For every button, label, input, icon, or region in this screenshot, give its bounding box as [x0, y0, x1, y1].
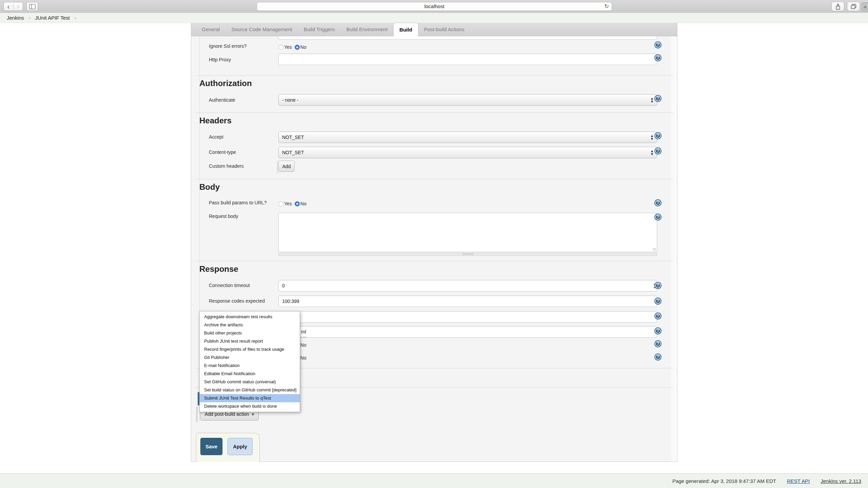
config-tab[interactable]: Build Environment — [340, 23, 393, 36]
http-proxy-label: Http Proxy — [209, 57, 277, 62]
help-icon[interactable] — [654, 327, 662, 334]
help-icon[interactable] — [654, 353, 662, 361]
resize-corner-icon[interactable] — [653, 248, 656, 251]
menu-item[interactable]: Build other projects — [200, 329, 300, 337]
tabs-icon — [851, 4, 856, 9]
pass-params-radios: Yes No — [278, 201, 307, 206]
help-icon[interactable] — [654, 147, 662, 155]
help-icon[interactable] — [654, 214, 662, 221]
content-type-value: NOT_SET — [282, 150, 304, 155]
section-divider — [195, 113, 673, 113]
help-icon[interactable] — [654, 199, 662, 206]
grip-icon — [462, 253, 474, 255]
response-heading: Response — [199, 264, 238, 274]
nav-buttons — [3, 2, 23, 11]
menu-item[interactable]: Delete workspace when build is done — [200, 402, 300, 410]
apply-button[interactable]: Apply — [228, 438, 253, 455]
config-tabbar: GeneralSource Code ManagementBuild Trigg… — [191, 23, 677, 36]
accept-select[interactable]: NOT_SET — [278, 131, 657, 143]
menu-item[interactable]: Record fingerprints of files to track us… — [200, 345, 300, 353]
help-icon[interactable] — [654, 312, 662, 320]
post-build-action-menu: Aggregate downstream test resultsArchive… — [199, 311, 300, 412]
menu-item[interactable]: Set GitHub commit status (universal) — [200, 378, 300, 386]
section-divider — [195, 75, 673, 76]
insertion-marker — [277, 161, 278, 174]
forward-icon[interactable] — [14, 3, 23, 10]
headers-heading: Headers — [199, 116, 232, 125]
breadcrumb: JenkinsJUnit APIF Test — [0, 13, 868, 23]
accept-label: Accept — [209, 134, 277, 140]
menu-item[interactable]: Set build status on GitHub commit [depre… — [200, 386, 300, 394]
obscured-no-label: No — [300, 355, 307, 361]
select-arrows-icon — [650, 134, 654, 140]
connection-timeout-input[interactable] — [278, 280, 657, 291]
jenkins-version-link[interactable]: Jenkins ver. 2.113 — [821, 478, 861, 484]
page-footer: Page generated: Apr 3, 2018 9:47:37 AM E… — [0, 473, 868, 488]
ignore-ssl-yes-label: Yes — [284, 44, 292, 50]
add-post-build-action-label: Add post-build action — [205, 411, 249, 417]
help-icon[interactable] — [654, 298, 662, 305]
help-icon[interactable] — [654, 95, 662, 102]
xml-path-fragment: ml — [301, 327, 306, 338]
ignore-ssl-radios: Yes No — [278, 44, 307, 50]
breadcrumb-item[interactable]: JUnit APIF Test — [35, 15, 81, 21]
ignore-ssl-no-radio[interactable] — [295, 45, 300, 50]
custom-headers-label: Custom headers — [209, 163, 277, 169]
help-icon[interactable] — [654, 132, 662, 139]
pass-params-yes-label: Yes — [284, 201, 292, 206]
config-tab[interactable]: Build — [393, 23, 418, 36]
connection-timeout-label: Connection timeout — [209, 283, 277, 288]
config-tab[interactable]: Post-build Actions — [418, 23, 470, 36]
content-type-label: Content-type — [209, 149, 277, 155]
select-arrows-icon — [650, 149, 654, 156]
accept-value: NOT_SET — [282, 135, 304, 140]
menu-item[interactable]: Editable Email Notification — [200, 370, 300, 378]
content-type-select[interactable]: NOT_SET — [278, 147, 657, 158]
sidebar-button[interactable] — [26, 2, 38, 11]
pass-params-label: Pass build params to URL? — [209, 200, 287, 205]
tab-overview-button[interactable] — [847, 2, 860, 11]
menu-item[interactable]: E-mail Notification — [200, 362, 300, 370]
response-codes-input[interactable] — [278, 296, 657, 307]
http-proxy-input[interactable] — [278, 54, 657, 65]
help-icon[interactable] — [654, 41, 662, 48]
section-divider — [195, 179, 673, 179]
pass-params-no-radio[interactable] — [295, 201, 300, 206]
authenticate-select[interactable]: - none - — [278, 94, 657, 106]
bottom-action-bar: Save Apply — [196, 433, 260, 462]
share-button[interactable] — [831, 2, 844, 11]
section-divider — [195, 261, 673, 261]
save-button[interactable]: Save — [200, 438, 222, 455]
breadcrumb-item[interactable]: Jenkins — [7, 15, 35, 21]
address-bar[interactable]: localhost — [257, 2, 612, 11]
reload-icon[interactable] — [605, 3, 609, 9]
menu-item[interactable]: Aggregate downstream test results — [200, 313, 300, 321]
back-icon[interactable] — [4, 3, 14, 10]
help-icon[interactable] — [654, 340, 662, 347]
authorization-heading: Authorization — [199, 79, 252, 88]
new-tab-button[interactable] — [862, 2, 868, 12]
config-tab[interactable]: General — [196, 23, 225, 36]
menu-item[interactable]: Archive the artifacts — [200, 321, 300, 329]
ignore-ssl-label: Ignore Ssl errors? — [209, 43, 277, 49]
rest-api-link[interactable]: REST API — [787, 478, 810, 484]
textarea-drag-handle[interactable] — [278, 253, 657, 256]
add-header-button[interactable]: Add — [278, 161, 295, 172]
insertion-marker — [196, 407, 198, 422]
help-icon[interactable] — [654, 282, 662, 289]
help-icon[interactable] — [654, 54, 662, 61]
config-tab[interactable]: Build Triggers — [298, 23, 341, 36]
authenticate-value: - none - — [282, 97, 298, 103]
menu-item[interactable]: Publish JUnit test result report — [200, 337, 300, 345]
menu-item[interactable]: Git Publisher — [200, 353, 300, 362]
config-tab[interactable]: Source Code Management — [225, 23, 298, 36]
pass-params-yes-radio[interactable] — [278, 201, 283, 206]
url-input-bottom-sliver[interactable] — [278, 36, 657, 40]
request-body-textarea[interactable] — [278, 213, 657, 252]
authenticate-label: Authenticate — [209, 97, 277, 103]
ignore-ssl-yes-radio[interactable] — [278, 45, 283, 50]
obscured-text-input[interactable] — [278, 311, 657, 323]
obscured-xml-input[interactable]: ml — [278, 326, 657, 338]
body-heading: Body — [199, 182, 220, 192]
menu-item[interactable]: Submit JUnit Test Results to qTest — [200, 394, 300, 402]
